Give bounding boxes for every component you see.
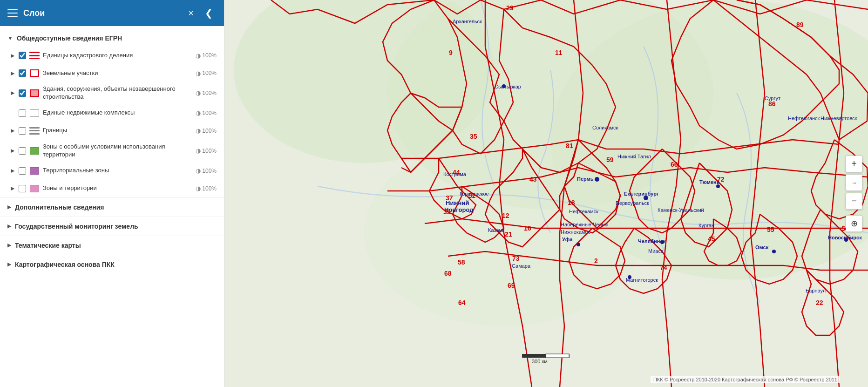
boundaries-label: Границы [43,127,193,135]
monitoring-header[interactable]: ▶ Государственный мониторинг земель [0,217,224,236]
header-left: Слои [7,8,45,18]
svg-text:Челябинск: Челябинск [638,238,666,244]
svg-text:Архангельск: Архангельск [453,19,482,24]
svg-text:Курган: Курган [698,223,714,228]
svg-text:59: 59 [606,156,614,163]
buildings-label: Здания, сооружения, объекты незавершенно… [43,85,193,101]
svg-text:9: 9 [449,49,453,56]
base-map-chevron: ▶ [7,261,11,267]
additional-section: ▶ Дополнительные сведения [0,198,224,217]
svg-text:55: 55 [767,226,774,233]
svg-point-7 [595,177,599,182]
thematic-header[interactable]: ▶ Тематические карты [0,236,224,255]
layer-item-cadastral: ▶ Единицы кадастрового деления ◑ 100% [0,47,224,64]
zones-territories-checkbox[interactable] [19,185,26,192]
svg-text:35: 35 [470,133,477,140]
layer-item-complexes: ▶ Единые недвижимые комплексы ◑ 100% [0,104,224,122]
svg-text:43: 43 [529,176,537,183]
land-checkbox[interactable] [19,69,26,77]
complexes-checkbox[interactable] [19,109,26,117]
opacity-icon-cadastral: ◑ [196,52,201,59]
territorial-zones-checkbox[interactable] [19,167,26,175]
special-zones-expand[interactable]: ▶ [9,148,16,154]
land-expand[interactable]: ▶ [9,70,16,76]
layer-item-land: ▶ Земельные участки ◑ 100% [0,64,224,82]
svg-text:72: 72 [717,176,725,183]
special-zones-label: Зоны с особыми условиями использования т… [43,143,193,159]
complexes-icon [29,109,40,117]
monitoring-chevron: ▶ [7,223,11,229]
land-opacity[interactable]: ◑ 100% [196,70,217,77]
svg-text:Екатеринбург: Екатеринбург [624,191,659,197]
base-map-section: ▶ Картографическая основа ПКК [0,255,224,274]
special-zones-checkbox[interactable] [19,147,26,155]
land-label: Земельные участки [43,69,193,77]
compass-button[interactable]: ⊕ [846,215,862,232]
complexes-label: Единые недвижимые комплексы [43,109,193,117]
svg-text:2: 2 [594,257,598,265]
complexes-opacity[interactable]: ◑ 100% [196,109,217,116]
buildings-expand[interactable]: ▶ [9,90,16,96]
layer-item-buildings: ▶ Здания, сооружения, объекты незавершен… [0,82,224,104]
thematic-chevron: ▶ [7,242,11,248]
base-map-title: Картографическая основа ПКК [15,261,115,268]
boundaries-expand[interactable]: ▶ [9,128,16,134]
layer-item-boundaries: ▶ Границы ◑ 100% [0,122,224,140]
svg-text:Нефтеюганск: Нефтеюганск [788,115,820,121]
cadastral-checkbox[interactable] [19,52,26,59]
svg-text:Каменск-Уральский: Каменск-Уральский [658,207,704,213]
sidebar-title: Слои [23,8,45,18]
svg-rect-79 [546,354,569,358]
territorial-zones-expand[interactable]: ▶ [9,168,16,174]
egrn-section-header[interactable]: ▼ Общедоступные сведения ЕГРН [0,30,224,47]
svg-text:12: 12 [502,212,509,219]
boundaries-opacity[interactable]: ◑ 100% [196,127,217,134]
special-zones-opacity[interactable]: ◑ 100% [196,147,217,154]
opacity-icon-complexes: ◑ [196,109,201,116]
svg-text:58: 58 [458,258,465,266]
buildings-opacity[interactable]: ◑ 100% [196,89,217,96]
zones-territories-icon [29,184,40,193]
svg-text:Миасс: Миасс [648,248,664,254]
zoom-out-button[interactable]: − [846,193,862,210]
svg-text:89: 89 [796,21,804,28]
additional-header[interactable]: ▶ Дополнительные сведения [0,198,224,217]
svg-text:37: 37 [446,194,453,202]
sidebar-header: Слои × ❮ [0,0,224,26]
svg-text:Самара: Самара [512,263,531,269]
svg-text:Нефтекамск: Нефтекамск [569,209,598,214]
boundaries-checkbox[interactable] [19,127,26,135]
zoom-in-button[interactable]: + [846,156,862,172]
additional-chevron: ▶ [7,204,11,210]
close-button[interactable]: × [184,7,197,20]
thematic-title: Тематические карты [15,242,81,249]
cadastral-opacity[interactable]: ◑ 100% [196,52,217,59]
territorial-zones-opacity[interactable]: ◑ 100% [196,167,217,174]
collapse-button[interactable]: ❮ [201,7,217,20]
hamburger-icon[interactable] [7,9,18,17]
svg-text:Нижнекамск: Нижнекамск [561,229,590,235]
zoom-more-icon: ··· [852,179,856,186]
sidebar: Слои × ❮ ▼ Общедоступные сведения ЕГРН ▶ [0,0,224,387]
thematic-section: ▶ Тематические карты [0,236,224,255]
svg-text:21: 21 [505,231,512,238]
svg-text:Первоуральск: Первоуральск [616,200,649,206]
map-controls: + ··· − ⊕ [846,156,862,232]
zones-territories-opacity[interactable]: ◑ 100% [196,185,217,192]
svg-text:Пермь: Пермь [577,176,594,182]
egrn-title: Общедоступные сведения ЕГРН [17,34,122,42]
svg-text:44: 44 [453,169,460,176]
cadastral-expand[interactable]: ▶ [9,52,16,59]
special-zones-icon [29,147,40,155]
map-area[interactable]: Архангельск Сыктывкар Кострома Горьковск… [224,0,868,387]
zoom-more-button[interactable]: ··· [846,174,862,191]
zones-territories-expand[interactable]: ▶ [9,185,16,192]
svg-text:Уфа: Уфа [562,237,573,242]
opacity-icon-zones-territories: ◑ [196,185,201,192]
egrn-layer-items: ▶ Единицы кадастрового деления ◑ 100% ▶ [0,47,224,197]
buildings-checkbox[interactable] [19,89,26,97]
svg-text:64: 64 [458,299,466,306]
svg-point-13 [576,243,580,246]
svg-text:Нижневартовск: Нижневартовск [821,115,857,121]
base-map-header[interactable]: ▶ Картографическая основа ПКК [0,255,224,274]
